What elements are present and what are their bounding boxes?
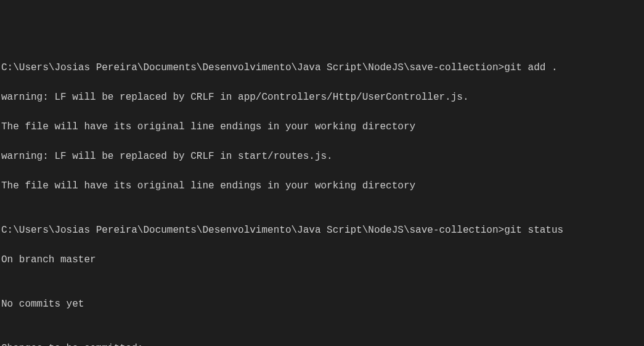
prompt-path: C:\Users\Josias Pereira\Documents\Desenv… bbox=[1, 62, 504, 73]
command-text: git status bbox=[504, 225, 563, 236]
terminal-output: The file will have its original line end… bbox=[1, 119, 644, 134]
terminal-output: No commits yet bbox=[1, 297, 644, 312]
command-text: git add . bbox=[504, 62, 557, 73]
terminal-line: C:\Users\Josias Pereira\Documents\Desenv… bbox=[1, 60, 644, 75]
prompt-path: C:\Users\Josias Pereira\Documents\Desenv… bbox=[1, 225, 504, 236]
terminal-line: C:\Users\Josias Pereira\Documents\Desenv… bbox=[1, 223, 644, 238]
terminal-output: Changes to be committed: bbox=[1, 341, 644, 346]
terminal-output: warning: LF will be replaced by CRLF in … bbox=[1, 149, 644, 164]
terminal-output: The file will have its original line end… bbox=[1, 179, 644, 193]
terminal-output: On branch master bbox=[1, 252, 644, 267]
terminal-output: warning: LF will be replaced by CRLF in … bbox=[1, 90, 644, 105]
